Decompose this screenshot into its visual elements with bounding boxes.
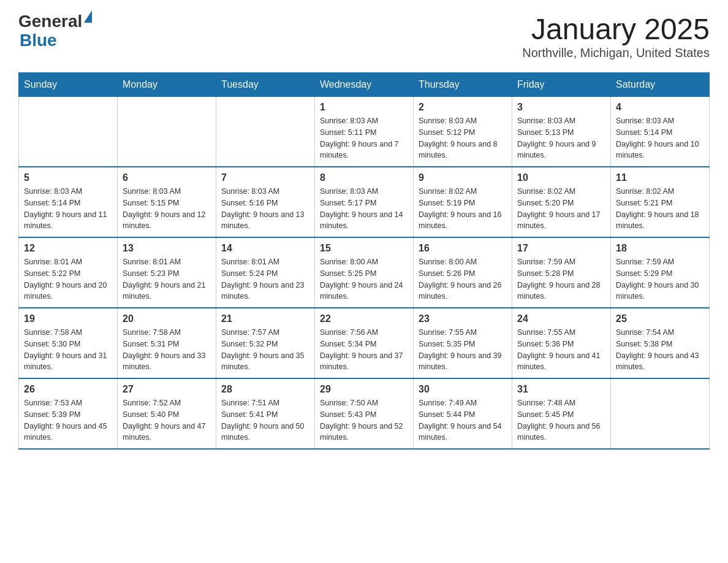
day-info: Sunrise: 8:03 AMSunset: 5:13 PMDaylight:… xyxy=(517,115,605,161)
day-number: 22 xyxy=(320,313,408,324)
day-number: 19 xyxy=(24,313,112,324)
day-number: 11 xyxy=(616,172,704,183)
day-info: Sunrise: 8:03 AMSunset: 5:15 PMDaylight:… xyxy=(123,186,211,232)
month-title: January 2025 xyxy=(522,12,710,46)
weekday-header-saturday: Saturday xyxy=(611,73,710,97)
day-info: Sunrise: 7:50 AMSunset: 5:43 PMDaylight:… xyxy=(320,397,408,443)
calendar-cell: 15Sunrise: 8:00 AMSunset: 5:25 PMDayligh… xyxy=(315,237,414,308)
day-number: 9 xyxy=(419,172,507,183)
day-info: Sunrise: 8:01 AMSunset: 5:24 PMDaylight:… xyxy=(221,256,309,302)
day-info: Sunrise: 7:51 AMSunset: 5:41 PMDaylight:… xyxy=(221,397,309,443)
weekday-header-friday: Friday xyxy=(512,73,611,97)
calendar-cell: 14Sunrise: 8:01 AMSunset: 5:24 PMDayligh… xyxy=(216,237,315,308)
day-number: 17 xyxy=(517,243,605,254)
weekday-header-row: SundayMondayTuesdayWednesdayThursdayFrid… xyxy=(19,73,710,97)
calendar-week-row: 19Sunrise: 7:58 AMSunset: 5:30 PMDayligh… xyxy=(19,308,710,378)
calendar-cell: 27Sunrise: 7:52 AMSunset: 5:40 PMDayligh… xyxy=(118,378,216,449)
day-number: 26 xyxy=(24,384,112,395)
day-number: 18 xyxy=(616,243,704,254)
calendar-cell: 26Sunrise: 7:53 AMSunset: 5:39 PMDayligh… xyxy=(19,378,118,449)
day-info: Sunrise: 8:03 AMSunset: 5:16 PMDaylight:… xyxy=(221,186,309,232)
day-number: 24 xyxy=(517,313,605,324)
day-info: Sunrise: 8:03 AMSunset: 5:17 PMDaylight:… xyxy=(320,186,408,232)
day-number: 21 xyxy=(221,313,309,324)
title-section: January 2025 Northville, Michigan, Unite… xyxy=(522,12,710,60)
day-info: Sunrise: 7:56 AMSunset: 5:34 PMDaylight:… xyxy=(320,327,408,373)
weekday-header-sunday: Sunday xyxy=(19,73,118,97)
calendar-week-row: 26Sunrise: 7:53 AMSunset: 5:39 PMDayligh… xyxy=(19,378,710,449)
weekday-header-monday: Monday xyxy=(118,73,216,97)
weekday-header-thursday: Thursday xyxy=(414,73,512,97)
calendar-cell: 24Sunrise: 7:55 AMSunset: 5:36 PMDayligh… xyxy=(512,308,611,378)
calendar-cell: 3Sunrise: 8:03 AMSunset: 5:13 PMDaylight… xyxy=(512,97,611,167)
day-number: 16 xyxy=(419,243,507,254)
day-number: 1 xyxy=(320,102,408,113)
day-info: Sunrise: 8:03 AMSunset: 5:14 PMDaylight:… xyxy=(24,186,112,232)
weekday-header-tuesday: Tuesday xyxy=(216,73,315,97)
logo-general-text: General xyxy=(18,12,82,31)
day-number: 10 xyxy=(517,172,605,183)
calendar-cell: 16Sunrise: 8:00 AMSunset: 5:26 PMDayligh… xyxy=(414,237,512,308)
day-info: Sunrise: 7:53 AMSunset: 5:39 PMDaylight:… xyxy=(24,397,112,443)
calendar-cell: 7Sunrise: 8:03 AMSunset: 5:16 PMDaylight… xyxy=(216,167,315,237)
day-info: Sunrise: 8:03 AMSunset: 5:12 PMDaylight:… xyxy=(419,115,507,161)
calendar-cell: 23Sunrise: 7:55 AMSunset: 5:35 PMDayligh… xyxy=(414,308,512,378)
day-number: 31 xyxy=(517,384,605,395)
calendar-cell: 28Sunrise: 7:51 AMSunset: 5:41 PMDayligh… xyxy=(216,378,315,449)
day-number: 28 xyxy=(221,384,309,395)
calendar-cell xyxy=(118,97,216,167)
calendar-cell: 8Sunrise: 8:03 AMSunset: 5:17 PMDaylight… xyxy=(315,167,414,237)
day-number: 5 xyxy=(24,172,112,183)
day-number: 8 xyxy=(320,172,408,183)
page-header: General Blue January 2025 Northville, Mi… xyxy=(18,12,710,60)
calendar-cell: 4Sunrise: 8:03 AMSunset: 5:14 PMDaylight… xyxy=(611,97,710,167)
day-number: 7 xyxy=(221,172,309,183)
calendar-cell: 22Sunrise: 7:56 AMSunset: 5:34 PMDayligh… xyxy=(315,308,414,378)
logo-triangle-icon xyxy=(84,10,92,23)
calendar-cell xyxy=(19,97,118,167)
day-number: 12 xyxy=(24,243,112,254)
day-info: Sunrise: 7:57 AMSunset: 5:32 PMDaylight:… xyxy=(221,327,309,373)
calendar-cell: 30Sunrise: 7:49 AMSunset: 5:44 PMDayligh… xyxy=(414,378,512,449)
day-number: 2 xyxy=(419,102,507,113)
day-number: 6 xyxy=(123,172,211,183)
day-info: Sunrise: 7:55 AMSunset: 5:35 PMDaylight:… xyxy=(419,327,507,373)
calendar-cell: 19Sunrise: 7:58 AMSunset: 5:30 PMDayligh… xyxy=(19,308,118,378)
day-number: 14 xyxy=(221,243,309,254)
day-number: 20 xyxy=(123,313,211,324)
day-info: Sunrise: 8:02 AMSunset: 5:20 PMDaylight:… xyxy=(517,186,605,232)
calendar-week-row: 5Sunrise: 8:03 AMSunset: 5:14 PMDaylight… xyxy=(19,167,710,237)
day-number: 27 xyxy=(123,384,211,395)
location-title: Northville, Michigan, United States xyxy=(522,46,710,60)
day-info: Sunrise: 8:03 AMSunset: 5:14 PMDaylight:… xyxy=(616,115,704,161)
day-info: Sunrise: 8:02 AMSunset: 5:21 PMDaylight:… xyxy=(616,186,704,232)
calendar-cell: 11Sunrise: 8:02 AMSunset: 5:21 PMDayligh… xyxy=(611,167,710,237)
day-number: 4 xyxy=(616,102,704,113)
day-number: 23 xyxy=(419,313,507,324)
day-info: Sunrise: 7:58 AMSunset: 5:30 PMDaylight:… xyxy=(24,327,112,373)
day-info: Sunrise: 8:02 AMSunset: 5:19 PMDaylight:… xyxy=(419,186,507,232)
day-info: Sunrise: 7:59 AMSunset: 5:29 PMDaylight:… xyxy=(616,256,704,302)
day-info: Sunrise: 8:01 AMSunset: 5:22 PMDaylight:… xyxy=(24,256,112,302)
calendar-cell xyxy=(216,97,315,167)
day-info: Sunrise: 7:49 AMSunset: 5:44 PMDaylight:… xyxy=(419,397,507,443)
calendar-cell: 13Sunrise: 8:01 AMSunset: 5:23 PMDayligh… xyxy=(118,237,216,308)
logo: General Blue xyxy=(18,12,92,50)
calendar-cell: 1Sunrise: 8:03 AMSunset: 5:11 PMDaylight… xyxy=(315,97,414,167)
day-info: Sunrise: 8:00 AMSunset: 5:26 PMDaylight:… xyxy=(419,256,507,302)
day-number: 25 xyxy=(616,313,704,324)
day-number: 30 xyxy=(419,384,507,395)
calendar-header: SundayMondayTuesdayWednesdayThursdayFrid… xyxy=(19,73,710,97)
calendar-cell: 29Sunrise: 7:50 AMSunset: 5:43 PMDayligh… xyxy=(315,378,414,449)
calendar-table: SundayMondayTuesdayWednesdayThursdayFrid… xyxy=(18,72,710,450)
day-number: 13 xyxy=(123,243,211,254)
day-info: Sunrise: 7:55 AMSunset: 5:36 PMDaylight:… xyxy=(517,327,605,373)
day-info: Sunrise: 7:58 AMSunset: 5:31 PMDaylight:… xyxy=(123,327,211,373)
calendar-cell: 10Sunrise: 8:02 AMSunset: 5:20 PMDayligh… xyxy=(512,167,611,237)
calendar-week-row: 1Sunrise: 8:03 AMSunset: 5:11 PMDaylight… xyxy=(19,97,710,167)
calendar-cell: 2Sunrise: 8:03 AMSunset: 5:12 PMDaylight… xyxy=(414,97,512,167)
calendar-cell: 31Sunrise: 7:48 AMSunset: 5:45 PMDayligh… xyxy=(512,378,611,449)
day-info: Sunrise: 7:52 AMSunset: 5:40 PMDaylight:… xyxy=(123,397,211,443)
day-number: 29 xyxy=(320,384,408,395)
calendar-cell: 9Sunrise: 8:02 AMSunset: 5:19 PMDaylight… xyxy=(414,167,512,237)
